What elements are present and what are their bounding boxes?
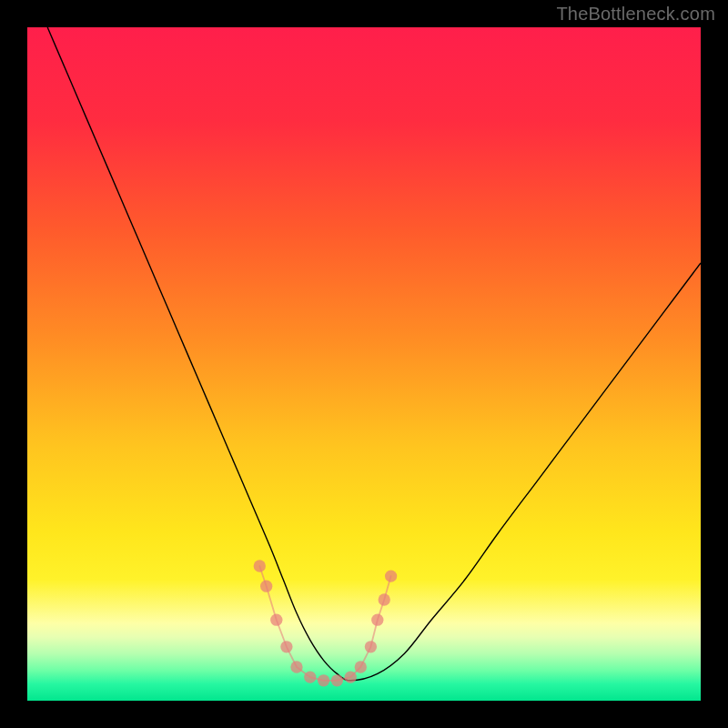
marker-dot [331,674,343,686]
marker-dot [254,560,266,571]
plot-area [27,27,701,701]
marker-dot [371,614,383,626]
marker-dot [379,593,390,605]
watermark-text: TheBottleneck.com [556,4,715,25]
marker-dot [280,641,292,652]
marker-dot [365,641,377,652]
marker-dot [318,674,329,686]
marker-dot [290,661,302,672]
chart-frame: TheBottleneck.com [0,0,728,728]
gradient-background [27,27,701,701]
marker-dot [260,581,272,592]
marker-dot [355,661,367,672]
marker-dot [304,671,316,682]
marker-dot [270,614,282,626]
marker-dot [345,671,357,682]
marker-dot [385,570,397,581]
chart-svg [27,27,701,701]
